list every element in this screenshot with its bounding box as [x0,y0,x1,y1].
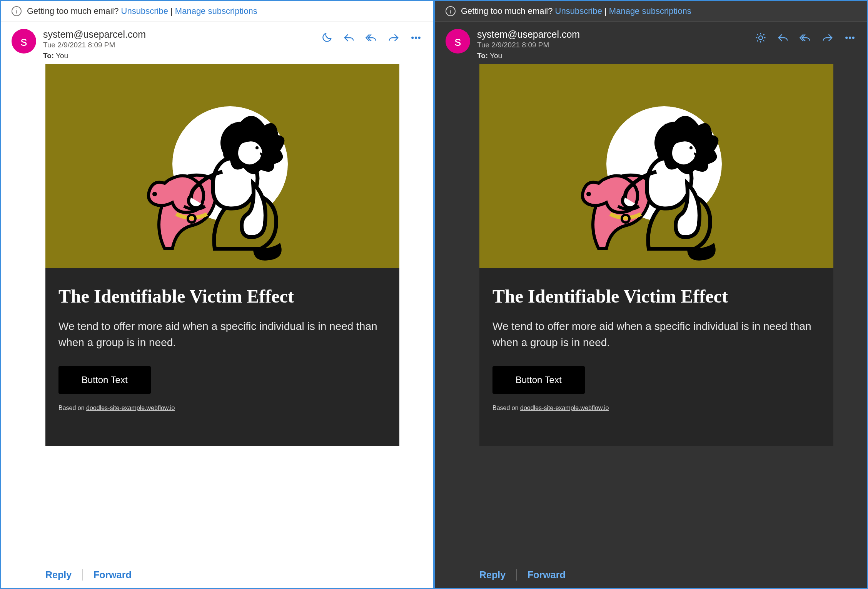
hero-image [45,64,399,268]
unsubscribe-link[interactable]: Unsubscribe [555,6,602,16]
credit-line: Based on doodles-site-example.webflow.io [492,405,820,412]
banner-text: Getting too much email? Unsubscribe | Ma… [461,6,691,16]
info-icon: i [446,6,456,16]
to-line: To: You [43,52,313,60]
credit-line: Based on doodles-site-example.webflow.io [58,405,386,412]
light-mode-pane: i Getting too much email? Unsubscribe | … [0,0,434,589]
manage-subscriptions-link[interactable]: Manage subscriptions [609,6,691,16]
hero-image [479,64,833,268]
reply-icon[interactable] [342,31,356,44]
email-body: The Identifiable Victim Effect We tend t… [435,64,867,446]
banner-separator: | [604,6,607,16]
hero-illustration [576,83,737,268]
forward-icon[interactable] [821,31,834,44]
svg-point-2 [419,37,420,38]
sender-block: system@useparcel.com Tue 2/9/2021 8:09 P… [477,29,747,60]
header-actions [320,29,422,60]
email-description: We tend to offer more aid when a specifi… [58,318,386,351]
header-actions [754,29,856,60]
cta-button[interactable]: Button Text [492,366,585,394]
banner-prompt: Getting too much email? [27,6,119,16]
cta-button[interactable]: Button Text [58,366,151,394]
light-mode-toggle-icon[interactable] [754,31,767,44]
svg-point-11 [853,37,854,38]
credit-link[interactable]: doodles-site-example.webflow.io [86,405,175,411]
footer-separator [516,569,517,581]
svg-point-4 [152,192,157,196]
email-title: The Identifiable Victim Effect [58,286,386,307]
svg-point-0 [412,37,413,38]
email-card: The Identifiable Victim Effect We tend t… [479,64,833,446]
reply-icon[interactable] [776,31,790,44]
info-icon: i [12,6,22,16]
forward-button[interactable]: Forward [527,569,566,581]
sender-avatar[interactable]: s [446,29,470,54]
info-banner: i Getting too much email? Unsubscribe | … [1,1,433,22]
dark-mode-toggle-icon[interactable] [320,31,333,44]
to-label: To: [43,52,54,60]
credit-prefix: Based on [492,405,520,411]
message-header: s system@useparcel.com Tue 2/9/2021 8:09… [1,22,433,64]
dark-mode-pane: i Getting too much email? Unsubscribe | … [434,0,868,589]
email-title: The Identifiable Victim Effect [492,286,820,307]
footer-separator [82,569,83,581]
sent-date: Tue 2/9/2021 8:09 PM [477,41,747,49]
reply-all-icon[interactable] [365,31,378,44]
reply-all-icon[interactable] [799,31,812,44]
email-content: The Identifiable Victim Effect We tend t… [479,268,833,446]
credit-prefix: Based on [58,405,86,411]
svg-point-7 [255,146,259,149]
sender-avatar[interactable]: s [12,29,36,54]
more-actions-icon[interactable] [409,31,422,44]
reply-button[interactable]: Reply [45,569,72,581]
email-card: The Identifiable Victim Effect We tend t… [45,64,399,446]
email-description: We tend to offer more aid when a specifi… [492,318,820,351]
info-banner: i Getting too much email? Unsubscribe | … [435,1,867,22]
more-actions-icon[interactable] [843,31,856,44]
to-value: You [490,52,502,60]
svg-point-16 [689,146,693,149]
forward-button[interactable]: Forward [93,569,132,581]
svg-point-13 [586,192,591,196]
sender-email: system@useparcel.com [43,29,313,40]
banner-text: Getting too much email? Unsubscribe | Ma… [27,6,257,16]
banner-prompt: Getting too much email? [461,6,553,16]
credit-link[interactable]: doodles-site-example.webflow.io [520,405,609,411]
email-body: The Identifiable Victim Effect We tend t… [1,64,433,446]
manage-subscriptions-link[interactable]: Manage subscriptions [175,6,257,16]
message-header: s system@useparcel.com Tue 2/9/2021 8:09… [435,22,867,64]
message-footer: Reply Forward [435,557,867,588]
forward-icon[interactable] [387,31,400,44]
svg-point-9 [846,37,847,38]
to-line: To: You [477,52,747,60]
sender-block: system@useparcel.com Tue 2/9/2021 8:09 P… [43,29,313,60]
reply-button[interactable]: Reply [479,569,506,581]
svg-point-10 [849,37,851,38]
hero-illustration [142,83,303,268]
to-label: To: [477,52,488,60]
email-content: The Identifiable Victim Effect We tend t… [45,268,399,446]
sent-date: Tue 2/9/2021 8:09 PM [43,41,313,49]
svg-point-1 [415,37,417,38]
unsubscribe-link[interactable]: Unsubscribe [121,6,168,16]
sender-email: system@useparcel.com [477,29,747,40]
svg-point-8 [759,36,763,40]
to-value: You [56,52,68,60]
message-footer: Reply Forward [1,557,433,588]
banner-separator: | [170,6,173,16]
